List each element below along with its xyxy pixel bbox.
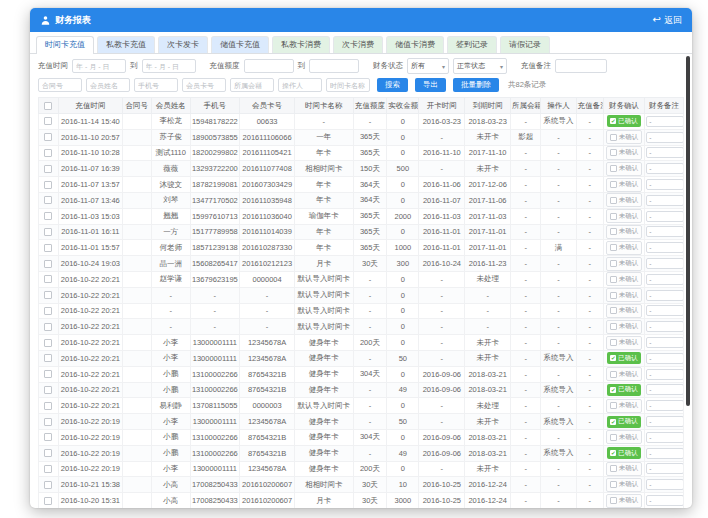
- row-checkbox[interactable]: [39, 177, 59, 193]
- finance-remark-input[interactable]: [646, 274, 683, 285]
- scrollbar-thumb[interactable]: [686, 56, 690, 406]
- unconfirmed-badge[interactable]: 未确认: [606, 399, 643, 413]
- membership-input[interactable]: [230, 78, 274, 92]
- finance-status-select[interactable]: 所有▾: [407, 58, 449, 74]
- finance-remark-input[interactable]: [646, 369, 683, 380]
- unconfirmed-badge[interactable]: 未确认: [606, 320, 643, 334]
- finance-remark-input[interactable]: [646, 495, 683, 506]
- finance-remark-input[interactable]: [646, 321, 683, 332]
- row-checkbox[interactable]: [39, 114, 59, 130]
- unconfirmed-badge[interactable]: 未确认: [606, 494, 643, 508]
- row-checkbox[interactable]: [39, 303, 59, 319]
- row-checkbox[interactable]: [39, 398, 59, 414]
- finance-remark-input[interactable]: [646, 179, 683, 190]
- finance-remark-input[interactable]: [646, 463, 683, 474]
- unconfirmed-badge[interactable]: 未确认: [606, 462, 643, 476]
- unconfirmed-badge[interactable]: 未确认: [606, 288, 643, 302]
- finance-remark-input[interactable]: [646, 305, 683, 316]
- confirmed-badge[interactable]: ✔已确认: [607, 447, 641, 459]
- unconfirmed-badge[interactable]: 未确认: [606, 162, 643, 176]
- confirmed-badge[interactable]: ✔已确认: [607, 352, 641, 364]
- row-checkbox[interactable]: [39, 224, 59, 240]
- tab-1[interactable]: 时间卡充值: [36, 36, 94, 54]
- row-checkbox[interactable]: [39, 145, 59, 161]
- normal-status-select[interactable]: 正常状态▾: [453, 58, 507, 74]
- row-checkbox[interactable]: [39, 335, 59, 351]
- row-checkbox[interactable]: [39, 192, 59, 208]
- row-checkbox[interactable]: [39, 461, 59, 477]
- row-checkbox[interactable]: [39, 429, 59, 445]
- unconfirmed-badge[interactable]: 未确认: [606, 257, 643, 271]
- row-checkbox[interactable]: [39, 319, 59, 335]
- recharge-time-to-input[interactable]: [142, 59, 196, 73]
- row-checkbox[interactable]: [39, 208, 59, 224]
- batch-delete-button[interactable]: 批量删除: [453, 78, 499, 92]
- recharge-amount-from-input[interactable]: [244, 59, 294, 73]
- row-checkbox[interactable]: [39, 161, 59, 177]
- finance-remark-input[interactable]: [646, 163, 683, 174]
- finance-remark-input[interactable]: [646, 195, 683, 206]
- finance-remark-input[interactable]: [646, 132, 683, 143]
- back-button[interactable]: ↩ 返回: [653, 14, 682, 27]
- select-all-checkbox[interactable]: [39, 98, 59, 114]
- unconfirmed-badge[interactable]: 未确认: [606, 146, 643, 160]
- unconfirmed-badge[interactable]: 未确认: [606, 336, 643, 350]
- row-checkbox[interactable]: [39, 256, 59, 272]
- row-checkbox[interactable]: [39, 493, 59, 508]
- unconfirmed-badge[interactable]: 未确认: [606, 367, 643, 381]
- unconfirmed-badge[interactable]: 未确认: [606, 272, 643, 286]
- row-checkbox[interactable]: [39, 382, 59, 398]
- tab-7[interactable]: 储值卡消费: [386, 36, 444, 53]
- confirmed-badge[interactable]: ✔已确认: [607, 416, 641, 428]
- member-card-no-input[interactable]: [182, 78, 226, 92]
- finance-remark-input[interactable]: [646, 400, 683, 411]
- row-checkbox[interactable]: [39, 240, 59, 256]
- unconfirmed-badge[interactable]: 未确认: [606, 225, 643, 239]
- finance-remark-input[interactable]: [646, 211, 683, 222]
- tab-9[interactable]: 请假记录: [500, 36, 550, 53]
- finance-remark-input[interactable]: [646, 432, 683, 443]
- unconfirmed-badge[interactable]: 未确认: [606, 478, 643, 492]
- export-button[interactable]: 导出: [415, 78, 446, 92]
- time-card-name-input[interactable]: [326, 78, 370, 92]
- tab-3[interactable]: 次卡发卡: [158, 36, 208, 53]
- tab-6[interactable]: 次卡消费: [333, 36, 383, 53]
- tab-8[interactable]: 签到记录: [447, 36, 497, 53]
- finance-remark-input[interactable]: [646, 116, 683, 127]
- member-name-input[interactable]: [86, 78, 130, 92]
- unconfirmed-badge[interactable]: 未确认: [606, 178, 643, 192]
- contract-no-input[interactable]: [38, 78, 82, 92]
- finance-remark-input[interactable]: [646, 147, 683, 158]
- operator-input[interactable]: [278, 78, 322, 92]
- unconfirmed-badge[interactable]: 未确认: [606, 130, 643, 144]
- unconfirmed-badge[interactable]: 未确认: [606, 209, 643, 223]
- finance-remark-input[interactable]: [646, 226, 683, 237]
- finance-remark-input[interactable]: [646, 479, 683, 490]
- row-checkbox[interactable]: [39, 287, 59, 303]
- row-checkbox[interactable]: [39, 350, 59, 366]
- tab-4[interactable]: 储值卡充值: [211, 36, 269, 53]
- search-button[interactable]: 搜索: [377, 78, 408, 92]
- tab-5[interactable]: 私教卡消费: [272, 36, 330, 53]
- phone-input[interactable]: [134, 78, 178, 92]
- finance-remark-input[interactable]: [646, 337, 683, 348]
- finance-remark-input[interactable]: [646, 258, 683, 269]
- recharge-amount-to-input[interactable]: [309, 59, 359, 73]
- row-checkbox[interactable]: [39, 477, 59, 493]
- confirmed-badge[interactable]: ✔已确认: [607, 384, 641, 396]
- finance-remark-input[interactable]: [646, 448, 683, 459]
- recharge-time-from-input[interactable]: [72, 59, 126, 73]
- row-checkbox[interactable]: [39, 271, 59, 287]
- finance-remark-input[interactable]: [646, 353, 683, 364]
- tab-2[interactable]: 私教卡充值: [97, 36, 155, 53]
- row-checkbox[interactable]: [39, 445, 59, 461]
- finance-remark-input[interactable]: [646, 384, 683, 395]
- unconfirmed-badge[interactable]: 未确认: [606, 304, 643, 318]
- recharge-remark-filter-input[interactable]: [555, 59, 607, 73]
- row-checkbox[interactable]: [39, 129, 59, 145]
- unconfirmed-badge[interactable]: 未确认: [606, 193, 643, 207]
- unconfirmed-badge[interactable]: 未确认: [606, 430, 643, 444]
- unconfirmed-badge[interactable]: 未确认: [606, 241, 643, 255]
- confirmed-badge[interactable]: ✔已确认: [607, 115, 641, 127]
- finance-remark-input[interactable]: [646, 290, 683, 301]
